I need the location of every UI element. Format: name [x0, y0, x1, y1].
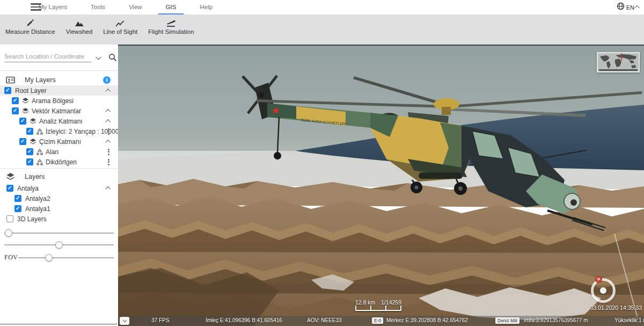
search-icon[interactable]: [108, 53, 117, 64]
layer-row-antalya2[interactable]: Antalya2: [0, 193, 118, 204]
tree-row-vektor-katmanlar[interactable]: Vektör Katmanlar: [0, 106, 118, 116]
globe-icon: [617, 2, 625, 12]
ribbon-toolbar: Measure Distance Viewshed Line of Sight …: [0, 15, 644, 45]
tree-row-alan[interactable]: Alan: [0, 147, 118, 157]
menu-tabs: My Layers Tools View GIS Help: [27, 0, 224, 15]
hierarchy-node-icon: [36, 128, 43, 135]
tree-row-cizim-katmani[interactable]: Çizim Katmanı: [0, 136, 118, 147]
divider: [0, 70, 118, 71]
tree-row-root-layer[interactable]: Root Layer: [0, 85, 118, 96]
kebab-menu-icon[interactable]: [108, 148, 109, 156]
search-row: [4, 51, 114, 65]
aov-readout: AOV: NEEE33: [307, 317, 342, 323]
menu-tab-help[interactable]: Help: [188, 0, 224, 15]
statusbar-collapse-button[interactable]: [120, 317, 129, 325]
terrain-scene: TÜRK KARA KUVVETLERİ: [118, 46, 644, 326]
collapse-chevron-icon[interactable]: [105, 109, 111, 114]
collapse-chevron-icon[interactable]: [105, 89, 111, 94]
flight-simulation-button[interactable]: Flight Simulation: [143, 17, 199, 36]
status-bar: 37 FPS İmleç E:41.096396 B:41.605416 AOV…: [118, 316, 644, 326]
line-of-sight-button[interactable]: Line of Sight: [98, 17, 143, 36]
slider-handle[interactable]: [45, 254, 53, 262]
checkbox[interactable]: [4, 87, 11, 94]
kebab-menu-icon[interactable]: [108, 127, 109, 135]
slider-track[interactable]: [18, 257, 114, 258]
zigzag-arrow-icon: [115, 18, 125, 27]
viewshed-button[interactable]: Viewshed: [61, 17, 98, 36]
height-readout: Yükseklik:1 m: [614, 317, 644, 323]
layers-icon: [5, 172, 15, 181]
tree-row-label: Root Layer: [15, 87, 47, 95]
checkbox[interactable]: [19, 138, 26, 145]
layer-tree: Root Layer Arama Bölgesi Vektör Katmanla…: [0, 85, 118, 167]
menu-tab-my-layers[interactable]: My Layers: [27, 0, 79, 15]
gis-application: My Layers Tools View GIS Help EN Measure…: [0, 0, 644, 326]
compass[interactable]: N: [591, 278, 616, 303]
layers-header: Layers: [0, 170, 118, 183]
slider-handle[interactable]: [55, 241, 63, 249]
datetime-display: 03.01.2020 14:35:33: [590, 305, 642, 311]
hierarchy-node-icon: [36, 149, 43, 155]
menu-tab-tools[interactable]: Tools: [79, 0, 117, 15]
sidebar: My Layers i Root Layer Arama Bölgesi Vek…: [0, 45, 118, 326]
collapse-chevron-icon[interactable]: [105, 186, 111, 192]
divider: [0, 168, 118, 169]
overview-world-map[interactable]: [597, 52, 640, 73]
layers-icon: [30, 138, 36, 145]
layers-icon: [30, 118, 36, 125]
collapse-chevron-icon[interactable]: [105, 119, 111, 125]
slider-track[interactable]: [4, 233, 114, 234]
checkbox[interactable]: [19, 118, 26, 125]
ribbon-button-label: Line of Sight: [103, 28, 137, 35]
checkbox[interactable]: [6, 185, 13, 192]
tree-row-label: Arama Bölgesi: [32, 97, 74, 105]
tree-row-dikdortgen[interactable]: Dikdörtgen: [0, 157, 118, 167]
mode-badge[interactable]: E-0: [372, 317, 383, 324]
tree-row-analiz-katmani[interactable]: Analiz Katmanı: [0, 116, 118, 126]
checkbox[interactable]: [26, 158, 33, 165]
tree-row-label: Dikdörtgen: [46, 158, 77, 166]
language-selector[interactable]: EN: [617, 0, 640, 15]
tree-row-label: Analiz Katmanı: [39, 118, 83, 125]
checkbox[interactable]: [12, 107, 19, 114]
ribbon-button-label: Viewshed: [66, 28, 93, 35]
ribbon-button-label: Flight Simulation: [148, 28, 194, 35]
kebab-menu-icon[interactable]: [108, 158, 109, 166]
base-layers-list: Antalya Antalya2 Antalya1 3D Layers: [0, 183, 118, 224]
unit-badge[interactable]: Deniz Mili: [495, 317, 519, 324]
layer-row-antalya[interactable]: Antalya: [0, 183, 118, 193]
map-3d-viewport[interactable]: TÜRK KARA KUVVETLERİ: [118, 45, 644, 326]
layer-row-antalya1[interactable]: Antalya1: [0, 204, 118, 214]
search-dropdown-chevron-icon[interactable]: [96, 55, 101, 60]
collapse-chevron-icon[interactable]: [105, 140, 111, 145]
scale-ruler: [355, 307, 401, 311]
airplane-takeoff-icon: [166, 18, 176, 27]
language-label: EN: [626, 4, 634, 11]
checkbox[interactable]: [12, 97, 19, 104]
tree-row-arama-bolgesi[interactable]: Arama Bölgesi: [0, 96, 118, 106]
tree-row-label: Vektör Katmanlar: [32, 107, 81, 115]
cursor-coordinates: İmleç E:41.096396 B:41.605416: [206, 317, 282, 323]
slider-1: [4, 229, 114, 237]
ribbon-button-label: Measure Distance: [5, 28, 55, 35]
mountain-icon: [75, 18, 84, 27]
info-icon[interactable]: i: [103, 76, 111, 84]
checkbox[interactable]: [6, 215, 13, 222]
checkbox[interactable]: [26, 148, 33, 155]
menu-tab-gis[interactable]: GIS: [154, 0, 188, 15]
search-input[interactable]: [4, 52, 91, 62]
layer-row-3d-layers[interactable]: 3D Layers: [0, 214, 118, 224]
checkbox[interactable]: [26, 128, 33, 135]
my-layers-header: My Layers i: [0, 74, 118, 86]
tree-row-label: Çizim Katmanı: [39, 138, 81, 146]
checkbox[interactable]: [14, 205, 21, 212]
layer-row-label: Antalya1: [25, 205, 50, 213]
slider-handle[interactable]: [5, 229, 12, 237]
menu-tab-view[interactable]: View: [117, 0, 154, 15]
tree-row-izleyici[interactable]: İzleyici: 2 Yarıçap : 10000: [0, 126, 118, 136]
layers-icon: [22, 107, 29, 114]
measure-distance-button[interactable]: Measure Distance: [0, 17, 61, 36]
scale-bar: 12.8 km 1/14259: [355, 299, 401, 311]
checkbox[interactable]: [14, 195, 21, 202]
layers-title: Layers: [25, 173, 45, 180]
